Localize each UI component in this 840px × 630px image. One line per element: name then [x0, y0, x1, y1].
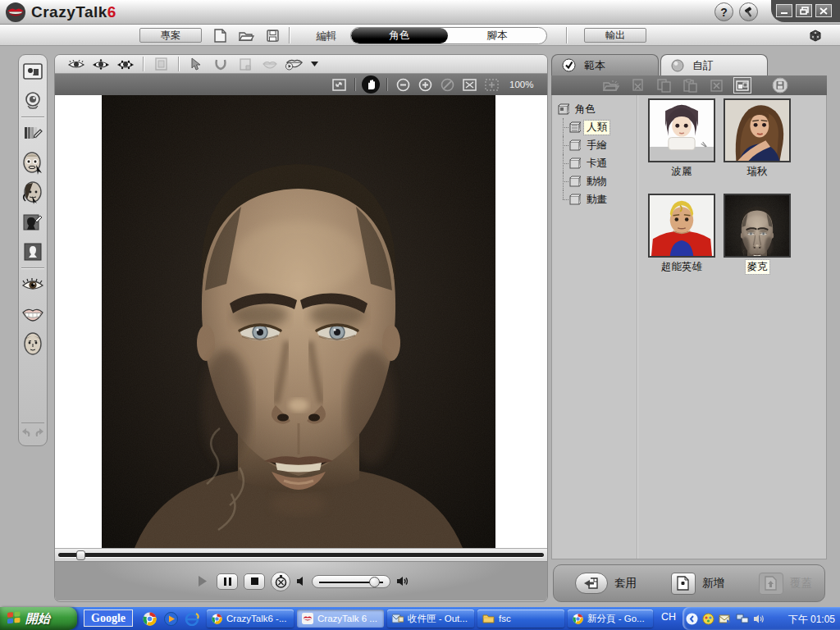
show-mesh-button[interactable] [116, 57, 135, 72]
character-thumbnail[interactable] [648, 194, 715, 258]
preview-lips-button[interactable] [285, 57, 304, 72]
show-points-button[interactable] [91, 57, 111, 72]
portrait-mask-button[interactable] [21, 239, 45, 265]
tree-item-cartoon[interactable]: 卡通 [557, 154, 637, 172]
tray-color-icon[interactable] [702, 613, 714, 625]
zoom-region-button[interactable] [482, 75, 500, 94]
open-item-button[interactable] [602, 77, 620, 94]
canvas-viewport[interactable] [55, 95, 547, 548]
minimize-button[interactable] [776, 4, 792, 17]
stop-button[interactable] [244, 573, 265, 590]
cut-button[interactable] [628, 77, 646, 94]
layer-tool-button[interactable] [235, 57, 255, 72]
redo-icon[interactable] [34, 427, 44, 438]
volume-loud-icon[interactable] [396, 576, 409, 587]
restore-button[interactable] [796, 4, 812, 17]
tree-item-handdrawn[interactable]: 手繪 [557, 136, 637, 154]
fit-screen-button[interactable] [460, 75, 478, 94]
delete-item-button[interactable] [707, 77, 725, 94]
save-project-button[interactable] [262, 27, 282, 43]
tree-root[interactable]: 角色 [557, 100, 637, 118]
taskbar-task-crazytalk-app[interactable]: CrazyTalk 6 ... [297, 609, 384, 628]
tray-chevron-icon[interactable] [686, 613, 698, 625]
preferences-button[interactable] [739, 2, 758, 21]
language-indicator[interactable]: CH [661, 611, 676, 623]
pause-button[interactable] [217, 573, 238, 590]
import-photo-button[interactable] [21, 58, 45, 84]
eye-editor-button[interactable] [21, 272, 45, 298]
view-mode-button[interactable] [733, 77, 751, 94]
taskbar-task-newtab[interactable]: 新分頁 - Go... [568, 609, 653, 628]
new-project-button[interactable] [210, 27, 230, 43]
taskbar-task-folder[interactable]: fsc [477, 609, 564, 628]
mask-edit-button[interactable] [21, 209, 45, 235]
character-thumbnail[interactable] [724, 194, 791, 258]
character-thumbnail[interactable] [724, 98, 791, 162]
volume-mute-icon[interactable] [296, 576, 306, 587]
timeline-slider[interactable] [76, 550, 85, 560]
tab-actor[interactable]: 角色 [351, 28, 448, 43]
edit-menu[interactable]: 編輯 [302, 30, 351, 43]
frame-tool-button[interactable] [151, 57, 171, 72]
tree-item-animal[interactable]: 動物 [557, 172, 637, 190]
mouth-editor-button[interactable] [21, 301, 45, 327]
random-dice-button[interactable] [806, 27, 825, 43]
select-tool-button[interactable] [186, 57, 206, 72]
tray-volume-icon[interactable] [753, 614, 765, 624]
zoom-in-button[interactable] [416, 75, 434, 94]
show-image-button[interactable] [66, 57, 86, 72]
character-item-rachel[interactable]: 瑞秋 [719, 98, 795, 179]
volume-knob[interactable] [369, 577, 380, 587]
capture-webcam-button[interactable] [21, 88, 45, 114]
play-button[interactable] [193, 573, 211, 590]
save-library-button[interactable] [771, 77, 789, 94]
character-item-polly[interactable]: 波麗 [644, 98, 719, 179]
fit-screen-icon [463, 79, 477, 91]
head-editor-button[interactable] [21, 331, 45, 357]
tray-mail-icon[interactable] [719, 614, 732, 624]
library-toolbar [551, 75, 827, 95]
chrome-launch-icon[interactable] [141, 610, 158, 627]
internet-explorer-icon[interactable] [184, 610, 200, 627]
paste-button[interactable] [681, 77, 699, 94]
tree-item-animation[interactable]: 動畫 [557, 190, 637, 208]
pan-tool-button[interactable] [362, 75, 380, 94]
expand-view-button[interactable] [330, 75, 348, 94]
character-thumbnail[interactable] [648, 98, 715, 162]
timer-button[interactable] [271, 572, 290, 591]
overwrite-button[interactable] [759, 573, 783, 595]
taskbar-task-crazytalk-web[interactable]: CrazyTalk6 -... [207, 609, 294, 628]
character-item-superhero[interactable]: 超能英雄 [644, 194, 719, 274]
output-button[interactable]: 輸出 [584, 28, 646, 43]
media-player-icon[interactable] [162, 610, 179, 627]
add-button[interactable] [671, 573, 696, 595]
zoom-out-button[interactable] [394, 75, 412, 94]
tab-script[interactable]: 腳本 [448, 28, 546, 43]
clock[interactable]: 下午 01:05 [788, 613, 835, 627]
preview-dropdown[interactable] [309, 57, 319, 72]
taskbar-task-outlook[interactable]: 收件匣 - Out... [387, 609, 474, 628]
volume-slider[interactable] [312, 575, 390, 588]
rotate-tool-button[interactable] [211, 57, 231, 72]
character-item-mike[interactable]: 麥克 [719, 194, 795, 274]
apply-button[interactable] [575, 573, 608, 594]
no-zoom-button[interactable] [438, 75, 456, 94]
start-button[interactable]: 開始 [0, 607, 77, 630]
undo-icon[interactable] [21, 427, 32, 438]
copy-button[interactable] [655, 77, 673, 94]
tab-custom[interactable]: 自訂 [660, 54, 768, 75]
timeline-track[interactable] [58, 553, 544, 557]
tray-network-icon[interactable] [736, 614, 749, 624]
close-button[interactable] [815, 4, 832, 17]
google-search-box[interactable]: Google [84, 609, 133, 627]
face-fitting-button[interactable] [21, 150, 45, 176]
tree-item-human[interactable]: 人類 [557, 118, 637, 136]
project-button[interactable]: 專案 [139, 28, 202, 43]
help-button[interactable]: ? [714, 2, 733, 21]
actor-face-image[interactable] [102, 95, 495, 548]
open-project-button[interactable] [236, 27, 256, 43]
lips-tool-button[interactable] [260, 57, 280, 72]
image-processing-button[interactable] [21, 121, 45, 147]
face-orientation-button[interactable] [21, 180, 45, 206]
tab-template[interactable]: 範本 [551, 54, 659, 75]
